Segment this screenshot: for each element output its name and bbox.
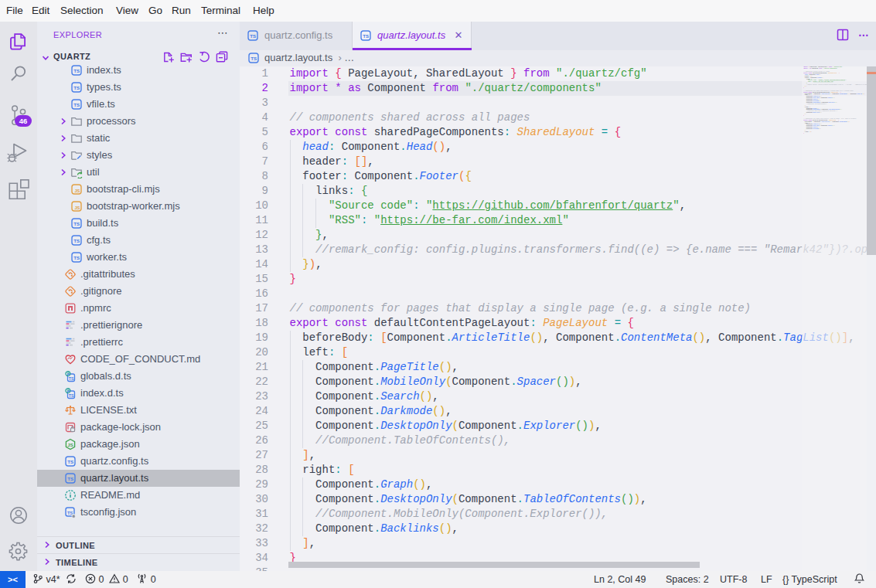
svg-text:TS: TS xyxy=(363,33,369,39)
svg-text:JS: JS xyxy=(67,443,73,447)
svg-text:TS: TS xyxy=(73,255,80,260)
svg-text:TS: TS xyxy=(73,102,80,107)
svg-text:TS: TS xyxy=(67,476,73,481)
svg-text:TS: TS xyxy=(69,376,74,381)
svg-text:TS: TS xyxy=(250,33,256,39)
svg-text:TS: TS xyxy=(67,511,73,515)
svg-text:TS: TS xyxy=(251,56,257,61)
svg-text:JS: JS xyxy=(74,189,80,193)
svg-text:TS: TS xyxy=(73,221,80,226)
svg-text:TS: TS xyxy=(69,393,74,398)
svg-text:JS: JS xyxy=(74,206,80,210)
svg-text:TS: TS xyxy=(73,85,80,90)
svg-text:TS: TS xyxy=(67,459,73,464)
svg-text:TS: TS xyxy=(73,68,80,73)
svg-text:TS: TS xyxy=(73,238,80,243)
